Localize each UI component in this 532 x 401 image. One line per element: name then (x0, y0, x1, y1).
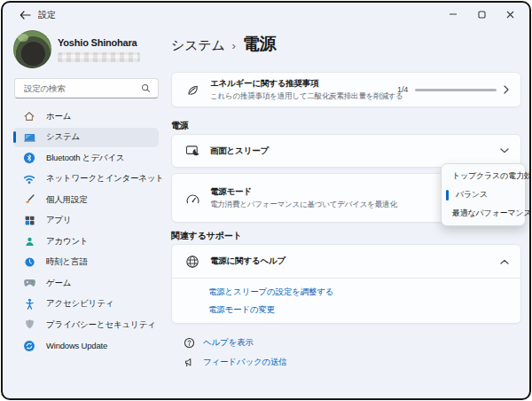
sidebar-item-privacy[interactable]: プライバシーとセキュリティ (13, 315, 159, 334)
link-change-power-mode[interactable]: 電源モードの変更 (208, 304, 520, 316)
energy-recommendations-card[interactable]: エネルギーに関する推奨事項 これらの推奨事項を適用して二酸化炭素排出量を削減する… (171, 72, 521, 107)
support-section-header: 関連するサポート (171, 230, 242, 242)
minimize-button[interactable] (439, 3, 467, 26)
search-icon (141, 83, 151, 93)
account-icon (22, 234, 36, 248)
sidebar-item-bluetooth[interactable]: Bluetooth とデバイス (13, 148, 159, 168)
sidebar-item-windows-update[interactable]: Windows Update (13, 336, 159, 356)
update-icon (22, 339, 36, 353)
sidebar-item-gaming[interactable]: ゲーム (13, 273, 159, 293)
help-icon (184, 337, 195, 349)
back-arrow-icon (20, 11, 31, 20)
dropdown-option-balanced[interactable]: バランス (444, 185, 522, 204)
power-help-card: 電源に関するヘルプ 電源とスリープの設定を調整する 電源モードの変更 (171, 244, 521, 324)
send-feedback-link[interactable]: フィードバックの送信 (184, 357, 287, 368)
screenshot: { "titlebar": { "title": "設定" }, "profil… (0, 0, 532, 401)
breadcrumb: システム › 電源 (171, 33, 276, 56)
power-mode-dropdown: トップクラスの電力効率 バランス 最適なパフォーマンス (441, 163, 526, 226)
profile-name: Yoshio Shinohara (58, 37, 137, 48)
app-title: 設定 (38, 9, 56, 21)
power-section-header: 電源 (171, 120, 189, 132)
sidebar-item-network[interactable]: ネットワークとインターネット (13, 169, 159, 189)
sidebar-nav: ホーム システム Bluetooth とデバイス ネットワークとインターネット … (13, 106, 159, 357)
chevron-up-icon[interactable] (500, 259, 509, 264)
home-icon (22, 109, 36, 123)
maximize-button[interactable] (467, 3, 496, 26)
search-input[interactable] (22, 83, 141, 94)
close-icon (506, 11, 514, 19)
clock-icon (22, 256, 36, 270)
screen-sleep-icon (184, 143, 200, 159)
bluetooth-icon (22, 151, 36, 165)
eco-leaf-icon (184, 82, 200, 98)
dropdown-option-performance[interactable]: 最適なパフォーマンス (444, 204, 522, 223)
power-mode-gauge-icon (184, 190, 200, 206)
page-title: 電源 (243, 33, 277, 56)
maximize-icon (478, 11, 486, 19)
wifi-icon (22, 172, 36, 186)
apps-icon (22, 214, 36, 228)
chevron-down-icon[interactable] (500, 148, 509, 153)
power-help-title: 電源に関するヘルプ (210, 256, 286, 267)
settings-window: { "titlebar": { "title": "設定" }, "profil… (1, 1, 531, 400)
show-help-link[interactable]: ヘルプを表示 (184, 337, 254, 349)
feedback-icon (184, 357, 195, 368)
sidebar-item-time-language[interactable]: 時刻と言語 (13, 253, 159, 272)
sidebar-item-system[interactable]: システム (13, 128, 159, 147)
energy-card-subtitle: これらの推奨事項を適用して二酸化炭素排出量を削減する (210, 91, 397, 102)
power-mode-title: 電源モード (210, 186, 397, 198)
sidebar-item-personalization[interactable]: 個人用設定 (13, 190, 159, 209)
breadcrumb-separator-icon: › (232, 39, 236, 52)
shield-icon (22, 318, 36, 332)
power-mode-subtitle: 電力消費とパフォーマンスに基づいてデバイスを最適化 (210, 200, 397, 210)
system-icon (22, 130, 36, 145)
titlebar: 設定 (3, 3, 529, 28)
power-help-header[interactable]: 電源に関するヘルプ (172, 245, 520, 278)
screen-sleep-title: 画面とスリープ (210, 145, 269, 157)
breadcrumb-parent[interactable]: システム (171, 37, 225, 54)
globe-icon (184, 254, 200, 270)
search-box[interactable] (14, 78, 159, 98)
avatar[interactable] (13, 30, 51, 68)
gamepad-icon (22, 276, 36, 290)
sidebar-item-accessibility[interactable]: アクセシビリティ (13, 295, 159, 314)
sidebar-item-apps[interactable]: アプリ (13, 211, 159, 231)
back-button[interactable] (15, 6, 35, 24)
progress-bar (415, 89, 497, 91)
link-adjust-power-sleep[interactable]: 電源とスリープの設定を調整する (208, 287, 520, 298)
energy-card-title: エネルギーに関する推奨事項 (210, 78, 397, 90)
paintbrush-icon (22, 193, 36, 207)
progress-label: 1/4 (397, 85, 408, 94)
email-blurred (58, 52, 140, 62)
minimize-icon (449, 10, 458, 19)
sidebar-item-accounts[interactable]: アカウント (13, 232, 159, 251)
dropdown-option-efficiency[interactable]: トップクラスの電力効率 (444, 167, 522, 185)
close-button[interactable] (496, 3, 524, 26)
chevron-right-icon (504, 85, 509, 94)
accessibility-icon (22, 297, 36, 311)
sidebar-item-home[interactable]: ホーム (13, 106, 159, 126)
